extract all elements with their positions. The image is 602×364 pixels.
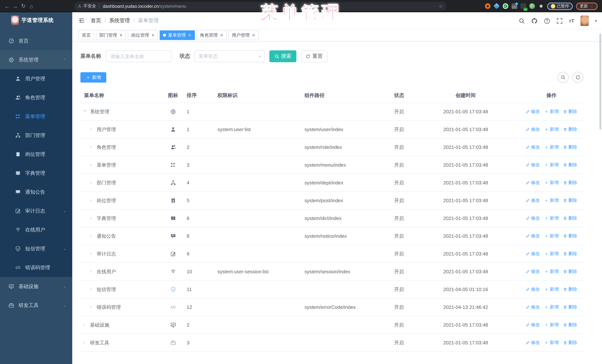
sidebar-item[interactable]: 首页 ⌄ bbox=[0, 31, 72, 50]
add-child-link[interactable]: ＋新增 bbox=[544, 162, 559, 168]
sidebar-item[interactable]: 角色管理 ⌄ bbox=[0, 88, 72, 107]
fullscreen-icon[interactable] bbox=[556, 18, 563, 24]
view-tab[interactable]: 菜单管理 ✕ bbox=[160, 30, 195, 40]
expand-caret-icon[interactable]: › bbox=[90, 144, 94, 150]
extension-animal-icon[interactable] bbox=[529, 3, 535, 9]
add-child-link[interactable]: ＋新增 bbox=[544, 197, 559, 204]
expand-caret-icon[interactable]: › bbox=[90, 286, 94, 292]
delete-link[interactable]: 删除 bbox=[563, 162, 577, 168]
help-icon[interactable] bbox=[544, 18, 550, 24]
delete-link[interactable]: 删除 bbox=[563, 108, 577, 115]
status-select[interactable]: 菜单状态 ▾ bbox=[194, 50, 265, 62]
search-icon[interactable] bbox=[518, 18, 525, 24]
sidebar-item[interactable]: 在线用户 ⌄ bbox=[0, 220, 72, 239]
tab-close-icon[interactable]: ✕ bbox=[220, 33, 223, 38]
sidebar-item[interactable]: 错误码管理 ⌄ bbox=[0, 258, 72, 277]
expand-caret-icon[interactable]: › bbox=[90, 304, 94, 310]
expand-caret-icon[interactable]: › bbox=[82, 110, 88, 114]
add-child-link[interactable]: ＋新增 bbox=[544, 304, 559, 310]
reset-button[interactable]: 重置 bbox=[301, 50, 327, 62]
add-child-link[interactable]: ＋新增 bbox=[544, 233, 559, 239]
expand-caret-icon[interactable]: › bbox=[90, 233, 94, 239]
edit-link[interactable]: 修改 bbox=[526, 304, 540, 310]
extension-on-badge-icon[interactable] bbox=[520, 3, 526, 9]
app-logo[interactable]: 芋道管理系统 bbox=[0, 12, 72, 29]
expand-caret-icon[interactable]: › bbox=[90, 126, 94, 132]
edit-link[interactable]: 修改 bbox=[526, 144, 540, 150]
expand-caret-icon[interactable]: › bbox=[90, 215, 94, 221]
add-child-link[interactable]: ＋新增 bbox=[544, 340, 559, 346]
expand-caret-icon[interactable]: › bbox=[90, 162, 94, 167]
add-button[interactable]: ＋新增 bbox=[80, 72, 106, 83]
toggle-search-button[interactable] bbox=[558, 72, 569, 83]
address-bar[interactable]: ⚠ 不安全 dashboard.yudao.iocoder.cn/system/… bbox=[74, 2, 446, 10]
delete-link[interactable]: 删除 bbox=[563, 126, 577, 133]
edit-link[interactable]: 修改 bbox=[526, 215, 540, 221]
add-child-link[interactable]: ＋新增 bbox=[544, 215, 559, 221]
edit-link[interactable]: 修改 bbox=[526, 180, 540, 186]
refresh-table-button[interactable] bbox=[572, 72, 583, 83]
extension-squares-icon[interactable] bbox=[512, 3, 517, 9]
sidebar-item[interactable]: 审计日志 ⌄ bbox=[0, 201, 72, 220]
tab-close-icon[interactable]: ✕ bbox=[188, 33, 191, 38]
sidebar-item[interactable]: 基础设施 ⌄ bbox=[0, 277, 72, 296]
view-tab[interactable]: 角色管理 ✕ bbox=[196, 30, 226, 40]
edit-link[interactable]: 修改 bbox=[526, 269, 540, 275]
font-size-icon[interactable]: ᴛT bbox=[569, 18, 574, 23]
edit-link[interactable]: 修改 bbox=[526, 340, 540, 346]
delete-link[interactable]: 删除 bbox=[563, 144, 577, 150]
sidebar-item[interactable]: 短信管理 ⌄ bbox=[0, 239, 72, 258]
reload-icon[interactable]: ↻ bbox=[19, 3, 27, 9]
delete-link[interactable]: 删除 bbox=[563, 269, 577, 275]
delete-link[interactable]: 删除 bbox=[563, 233, 577, 239]
sidebar-item[interactable]: 研发工具 ⌄ bbox=[0, 296, 72, 315]
add-child-link[interactable]: ＋新增 bbox=[544, 251, 559, 257]
extension-gem-icon[interactable] bbox=[494, 3, 500, 9]
edit-link[interactable]: 修改 bbox=[526, 162, 540, 168]
expand-caret-icon[interactable]: › bbox=[83, 340, 87, 345]
breadcrumb-home[interactable]: 首页 bbox=[91, 17, 101, 24]
search-button[interactable]: 搜索 bbox=[269, 50, 296, 62]
github-icon[interactable] bbox=[531, 18, 537, 24]
add-child-link[interactable]: ＋新增 bbox=[544, 126, 559, 133]
add-child-link[interactable]: ＋新增 bbox=[544, 269, 559, 275]
delete-link[interactable]: 删除 bbox=[563, 251, 577, 257]
edit-link[interactable]: 修改 bbox=[526, 251, 540, 257]
add-child-link[interactable]: ＋新增 bbox=[544, 286, 559, 292]
update-badge[interactable]: 更新⋮ bbox=[576, 2, 598, 10]
sidebar-item[interactable]: 通知公告 ⌄ bbox=[0, 183, 72, 201]
view-tab[interactable]: 部门管理 ✕ bbox=[96, 30, 126, 40]
sidebar-item[interactable]: 系统管理 ⌄ bbox=[0, 50, 72, 69]
delete-link[interactable]: 删除 bbox=[563, 304, 577, 310]
delete-link[interactable]: 删除 bbox=[563, 180, 577, 186]
extension-orange-icon[interactable] bbox=[485, 3, 491, 9]
scrollbar-thumb[interactable] bbox=[599, 33, 601, 130]
edit-link[interactable]: 修改 bbox=[526, 126, 540, 133]
delete-link[interactable]: 删除 bbox=[563, 197, 577, 204]
expand-caret-icon[interactable]: › bbox=[90, 269, 94, 274]
edit-link[interactable]: 修改 bbox=[526, 286, 540, 292]
edit-link[interactable]: 修改 bbox=[526, 108, 540, 115]
view-tab[interactable]: 用户管理 ✕ bbox=[229, 30, 258, 40]
add-child-link[interactable]: ＋新增 bbox=[544, 144, 559, 150]
menu-name-input[interactable] bbox=[106, 50, 172, 62]
delete-link[interactable]: 删除 bbox=[563, 286, 577, 292]
home-icon[interactable]: ⌂ bbox=[27, 3, 36, 9]
add-child-link[interactable]: ＋新增 bbox=[544, 180, 559, 186]
add-child-link[interactable]: ＋新增 bbox=[544, 322, 559, 328]
sidebar-item[interactable]: 部门管理 ⌄ bbox=[0, 126, 72, 145]
expand-caret-icon[interactable]: › bbox=[83, 322, 87, 327]
bookmark-star-icon[interactable]: ☆ bbox=[439, 3, 443, 9]
edit-link[interactable]: 修改 bbox=[526, 197, 540, 204]
sidebar-collapse-icon[interactable] bbox=[78, 17, 85, 24]
back-icon[interactable]: ← bbox=[3, 3, 11, 9]
extension-check-icon[interactable] bbox=[503, 3, 508, 9]
edit-link[interactable]: 修改 bbox=[526, 233, 540, 239]
forward-icon[interactable]: → bbox=[11, 3, 19, 9]
view-tab[interactable]: 岗位管理 ✕ bbox=[128, 30, 158, 40]
view-tab[interactable]: 首页 ✕ bbox=[78, 30, 94, 40]
expand-caret-icon[interactable]: › bbox=[90, 180, 94, 185]
extensions-puzzle-icon[interactable]: ✱ bbox=[538, 3, 544, 9]
edit-link[interactable]: 修改 bbox=[526, 322, 540, 328]
user-avatar[interactable] bbox=[580, 16, 589, 26]
